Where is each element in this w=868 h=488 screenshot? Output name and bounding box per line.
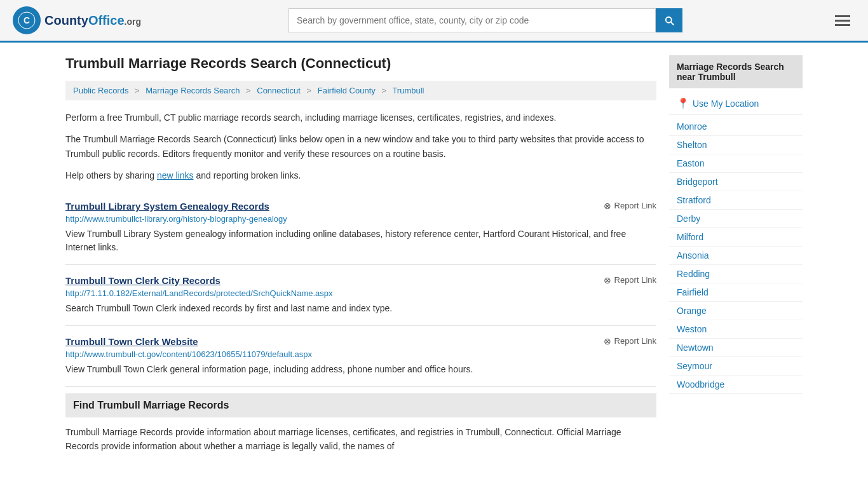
header: C CountyOffice.org bbox=[0, 0, 868, 43]
search-input[interactable] bbox=[288, 8, 656, 32]
report-link-0[interactable]: ⊗ Report Link bbox=[604, 201, 656, 211]
use-location-label: Use My Location bbox=[693, 98, 759, 109]
record-title-2[interactable]: Trumbull Town Clerk Website bbox=[65, 336, 198, 347]
search-area bbox=[288, 8, 682, 32]
sidebar-link-shelton[interactable]: Shelton bbox=[669, 136, 803, 154]
sidebar-link-seymour[interactable]: Seymour bbox=[669, 357, 803, 376]
find-section-header: Find Trumbull Marriage Records bbox=[65, 393, 656, 417]
report-icon-1: ⊗ bbox=[604, 275, 611, 285]
report-icon-0: ⊗ bbox=[604, 201, 611, 211]
report-link-2[interactable]: ⊗ Report Link bbox=[604, 336, 656, 346]
find-section-text: Trumbull Marriage Records provide inform… bbox=[65, 425, 656, 454]
breadcrumb-sep-4: > bbox=[381, 86, 386, 95]
report-label-1: Report Link bbox=[614, 275, 656, 285]
record-entry-0: Trumbull Library System Genealogy Record… bbox=[65, 191, 656, 265]
sidebar-link-monroe[interactable]: Monroe bbox=[669, 118, 803, 136]
logo-county: County bbox=[44, 13, 88, 27]
logo-area: C CountyOffice.org bbox=[13, 6, 141, 34]
logo-office: Office bbox=[88, 13, 125, 27]
record-url-1[interactable]: http://71.11.0.182/External/LandRecords/… bbox=[65, 288, 656, 298]
breadcrumb-fairfield[interactable]: Fairfield County bbox=[318, 86, 376, 95]
content-area: Trumbull Marriage Records Search (Connec… bbox=[65, 55, 656, 461]
report-label-0: Report Link bbox=[614, 201, 656, 210]
report-link-1[interactable]: ⊗ Report Link bbox=[604, 275, 656, 285]
record-url-2[interactable]: http://www.trumbull-ct.gov/content/10623… bbox=[65, 349, 656, 359]
logo-text: CountyOffice.org bbox=[44, 13, 141, 28]
breadcrumb-sep-3: > bbox=[307, 86, 312, 95]
breadcrumb-public-records[interactable]: Public Records bbox=[73, 86, 128, 95]
sidebar-link-newtown[interactable]: Newtown bbox=[669, 339, 803, 357]
breadcrumb-marriage-records[interactable]: Marriage Records Search bbox=[146, 86, 240, 95]
sidebar-link-woodbridge[interactable]: Woodbridge bbox=[669, 376, 803, 394]
sidebar-link-easton[interactable]: Easton bbox=[669, 154, 803, 173]
record-url-0[interactable]: http://www.trumbullct-library.org/histor… bbox=[65, 214, 656, 224]
sidebar-link-redding[interactable]: Redding bbox=[669, 265, 803, 283]
breadcrumb-trumbull[interactable]: Trumbull bbox=[392, 86, 424, 95]
logo-icon: C bbox=[13, 6, 41, 34]
desc-para3-after: and reporting broken links. bbox=[194, 170, 301, 180]
main-wrapper: Trumbull Marriage Records Search (Connec… bbox=[53, 43, 815, 473]
description-para3: Help others by sharing new links and rep… bbox=[65, 168, 656, 182]
record-title-row-0: Trumbull Library System Genealogy Record… bbox=[65, 201, 656, 212]
record-title-0[interactable]: Trumbull Library System Genealogy Record… bbox=[65, 201, 269, 212]
record-desc-1: Search Trumbull Town Clerk indexed recor… bbox=[65, 302, 656, 315]
breadcrumb-sep-2: > bbox=[246, 86, 251, 95]
report-icon-2: ⊗ bbox=[604, 336, 611, 346]
sidebar-link-weston[interactable]: Weston bbox=[669, 320, 803, 339]
record-desc-0: View Trumbull Library System genealogy i… bbox=[65, 227, 656, 254]
logo-tld: .org bbox=[125, 17, 141, 27]
report-label-2: Report Link bbox=[614, 336, 656, 346]
use-location-button[interactable]: 📍 Use My Location bbox=[669, 92, 803, 115]
sidebar-link-milford[interactable]: Milford bbox=[669, 228, 803, 247]
sidebar-link-ansonia[interactable]: Ansonia bbox=[669, 247, 803, 265]
description-para1: Perform a free Trumbull, CT public marri… bbox=[65, 111, 656, 125]
breadcrumb-connecticut[interactable]: Connecticut bbox=[257, 86, 301, 95]
sidebar: Marriage Records Search near Trumbull 📍 … bbox=[669, 55, 803, 461]
record-desc-2: View Trumbull Town Clerk general informa… bbox=[65, 363, 656, 376]
menu-button[interactable] bbox=[830, 13, 855, 29]
record-title-row-2: Trumbull Town Clerk Website ⊗ Report Lin… bbox=[65, 336, 656, 347]
record-title-row-1: Trumbull Town Clerk City Records ⊗ Repor… bbox=[65, 275, 656, 286]
record-entry-2: Trumbull Town Clerk Website ⊗ Report Lin… bbox=[65, 326, 656, 387]
record-entry-1: Trumbull Town Clerk City Records ⊗ Repor… bbox=[65, 265, 656, 326]
sidebar-link-fairfield[interactable]: Fairfield bbox=[669, 283, 803, 302]
find-section: Find Trumbull Marriage Records Trumbull … bbox=[65, 393, 656, 454]
sidebar-link-stratford[interactable]: Stratford bbox=[669, 191, 803, 210]
desc-para3-before: Help others by sharing bbox=[65, 170, 157, 180]
location-pin-icon: 📍 bbox=[677, 97, 689, 109]
search-button[interactable] bbox=[656, 8, 682, 32]
sidebar-link-bridgeport[interactable]: Bridgeport bbox=[669, 173, 803, 191]
sidebar-link-orange[interactable]: Orange bbox=[669, 302, 803, 320]
record-title-1[interactable]: Trumbull Town Clerk City Records bbox=[65, 275, 220, 286]
breadcrumb: Public Records > Marriage Records Search… bbox=[65, 81, 656, 100]
new-links-link[interactable]: new links bbox=[157, 170, 194, 180]
page-title: Trumbull Marriage Records Search (Connec… bbox=[65, 55, 656, 72]
sidebar-header: Marriage Records Search near Trumbull bbox=[669, 55, 803, 88]
description-para2: The Trumbull Marriage Records Search (Co… bbox=[65, 132, 656, 161]
breadcrumb-sep-1: > bbox=[135, 86, 140, 95]
sidebar-link-derby[interactable]: Derby bbox=[669, 210, 803, 228]
svg-text:C: C bbox=[24, 15, 30, 25]
